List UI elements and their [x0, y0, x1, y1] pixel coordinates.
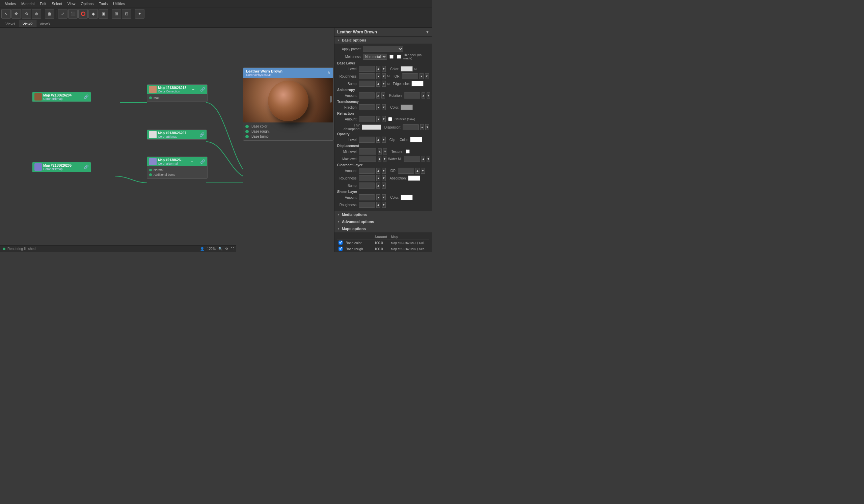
node-map4-minus[interactable]: − — [191, 160, 193, 164]
ior-up-btn[interactable]: ▲ — [420, 73, 423, 79]
toolbar-cursor-btn[interactable]: ↖ — [1, 9, 11, 19]
min-level-down-btn[interactable]: ▼ — [383, 148, 387, 155]
material-node[interactable]: Leather Worn Brown CoronaPhysicalMtl − ✎… — [243, 67, 334, 141]
trans-color-swatch[interactable] — [400, 105, 413, 110]
clearcoat-down-btn[interactable]: ▼ — [382, 168, 386, 174]
panel-dropdown-icon[interactable]: ▼ — [425, 30, 429, 34]
dispersion-input[interactable]: 40.0 — [403, 124, 419, 130]
aniso-up-btn[interactable]: ▲ — [376, 93, 380, 99]
bump-up-btn[interactable]: ▲ — [376, 81, 380, 87]
menu-utilities[interactable]: Utilities — [110, 0, 128, 7]
sheen-rough-input[interactable]: 0.3 — [359, 202, 375, 208]
aniso-down-btn[interactable]: ▼ — [381, 93, 385, 99]
roughness-up-btn[interactable]: ▲ — [376, 73, 380, 79]
clearcoat-rough-input[interactable]: 0.0 — [359, 175, 375, 181]
node-map2-minus[interactable]: − — [192, 87, 194, 91]
panel-scroll[interactable]: Basic options Apply preset: Metalness: N… — [335, 37, 432, 252]
node-map5[interactable]: Map #2138626205 CoronaBitmap 🔗 — [32, 162, 91, 172]
metalness-select[interactable]: Non-metal — [363, 54, 387, 60]
sheen-rough-up-btn[interactable]: ▲ — [376, 202, 380, 208]
tab-view1[interactable]: View1 — [2, 20, 19, 27]
sheen-up-btn[interactable]: ▲ — [376, 194, 380, 200]
section-basic-options[interactable]: Basic options — [335, 37, 432, 44]
menu-edit[interactable]: Edit — [37, 0, 49, 7]
sheen-down-btn[interactable]: ▼ — [382, 194, 386, 200]
refraction-amount-input[interactable]: 0.0 — [359, 116, 375, 122]
tab-view2[interactable]: View2 — [19, 20, 36, 27]
aniso-amount-input[interactable]: 0.0 — [359, 93, 375, 99]
max-level-down-btn[interactable]: ▼ — [383, 156, 386, 162]
toolbar-diamond-btn[interactable]: ◆ — [88, 9, 98, 19]
min-level-up-btn[interactable]: ▲ — [378, 148, 382, 155]
toolbar-pin-btn[interactable]: ✦ — [135, 9, 144, 19]
opacity-up-btn[interactable]: ▲ — [376, 137, 380, 143]
toolbar-btn3[interactable]: ⟲ — [22, 9, 31, 19]
toolbar-grid-btn[interactable]: ⊞ — [112, 9, 121, 19]
max-level-input[interactable]: 1.0cm — [359, 156, 376, 162]
thin-abs-swatch[interactable] — [362, 124, 381, 130]
toolbar-dot-btn[interactable]: ⊡ — [122, 9, 131, 19]
level-down-btn[interactable]: ▼ — [382, 66, 386, 72]
section-advanced-options[interactable]: Advanced options — [335, 218, 432, 225]
menu-view[interactable]: View — [65, 0, 78, 7]
clearcoat-amount-input[interactable]: 0.0 — [359, 168, 375, 174]
refraction-up-btn[interactable]: ▲ — [376, 116, 380, 122]
level-input[interactable]: 0.5 — [359, 66, 375, 72]
material-node-minimize[interactable]: − — [324, 71, 326, 75]
toolbar-select-btn[interactable]: ⬛ — [68, 9, 77, 19]
clearcoat-bump-input[interactable]: 1.2 — [359, 183, 375, 188]
fraction-input[interactable]: 0.0 — [359, 104, 375, 110]
level-up-btn[interactable]: ▲ — [376, 66, 380, 72]
sheen-amount-input[interactable]: 0.0 — [359, 194, 375, 200]
fraction-up-btn[interactable]: ▲ — [376, 104, 380, 110]
water-up-btn[interactable]: ▲ — [421, 156, 425, 162]
opacity-level-input[interactable]: 1.0 — [359, 137, 375, 143]
opacity-down-btn[interactable]: ▼ — [382, 137, 386, 143]
node-map3[interactable]: Map #2138626207 CoronaBitmap 🔗 — [147, 130, 207, 140]
fraction-down-btn[interactable]: ▼ — [382, 104, 386, 110]
menu-material[interactable]: Material — [19, 0, 37, 7]
toolbar-delete-btn[interactable]: 🗑 — [45, 9, 54, 19]
water-down-btn[interactable]: ▼ — [427, 156, 430, 162]
dispersion-up-btn[interactable]: ▲ — [420, 124, 424, 130]
apply-preset-select[interactable] — [363, 46, 403, 52]
menu-tools[interactable]: Tools — [96, 0, 110, 7]
clearcoat-ior-up-btn[interactable]: ▲ — [416, 168, 420, 174]
section-maps-options[interactable]: Maps options — [335, 225, 432, 232]
sheen-color-swatch[interactable] — [400, 195, 413, 200]
toolbar-move-btn[interactable]: ⤢ — [58, 9, 68, 19]
node-map2[interactable]: Map #2138626213 Color Correction − 🔗 Map — [147, 84, 207, 102]
roughness-down-btn[interactable]: ▼ — [382, 73, 386, 79]
material-node-edit-icon[interactable]: ✎ — [327, 71, 331, 75]
clearcoat-rough-up-btn[interactable]: ▲ — [376, 175, 380, 181]
water-input[interactable]: 0.5 — [404, 156, 420, 162]
clearcoat-ior-down-btn[interactable]: ▼ — [421, 168, 425, 174]
metalness-checkbox1[interactable] — [389, 55, 394, 59]
toolbar-btn4[interactable]: ⊕ — [32, 9, 41, 19]
caustics-checkbox[interactable] — [388, 117, 392, 121]
opacity-color-swatch[interactable] — [410, 137, 422, 143]
rotation-input[interactable]: 90.0 — [404, 93, 420, 99]
color-swatch[interactable] — [400, 66, 413, 72]
metalness-checkbox2[interactable] — [397, 55, 401, 59]
rotation-up-btn[interactable]: ▲ — [421, 93, 425, 99]
texture-checkbox[interactable] — [406, 149, 410, 153]
toolbar-frame-btn[interactable]: ▣ — [98, 9, 108, 19]
bump-input[interactable]: 1.2 — [359, 81, 375, 87]
sheen-rough-down-btn[interactable]: ▼ — [382, 202, 386, 208]
map-row1-check[interactable] — [338, 241, 343, 245]
toolbar-btn2[interactable]: ✥ — [11, 9, 21, 19]
menu-modes[interactable]: Modes — [2, 0, 19, 7]
ior-input[interactable]: 1.52 — [402, 73, 418, 79]
clearcoat-ior-input[interactable]: 1.52 — [398, 168, 414, 174]
menu-select[interactable]: Select — [49, 0, 65, 7]
toolbar-circle-btn[interactable]: ⭕ — [78, 9, 88, 19]
clearcoat-bump-up-btn[interactable]: ▲ — [376, 183, 380, 188]
dispersion-down-btn[interactable]: ▼ — [425, 124, 429, 130]
tab-view3[interactable]: View3 — [36, 20, 54, 27]
node-editor[interactable]: Map #2138626204 CoronaBitmap 🔗 Map #2138… — [0, 28, 334, 252]
absorption-swatch[interactable] — [408, 175, 420, 181]
menu-options[interactable]: Options — [78, 0, 96, 7]
max-level-up-btn[interactable]: ▲ — [378, 156, 381, 162]
clearcoat-rough-down-btn[interactable]: ▼ — [382, 175, 386, 181]
